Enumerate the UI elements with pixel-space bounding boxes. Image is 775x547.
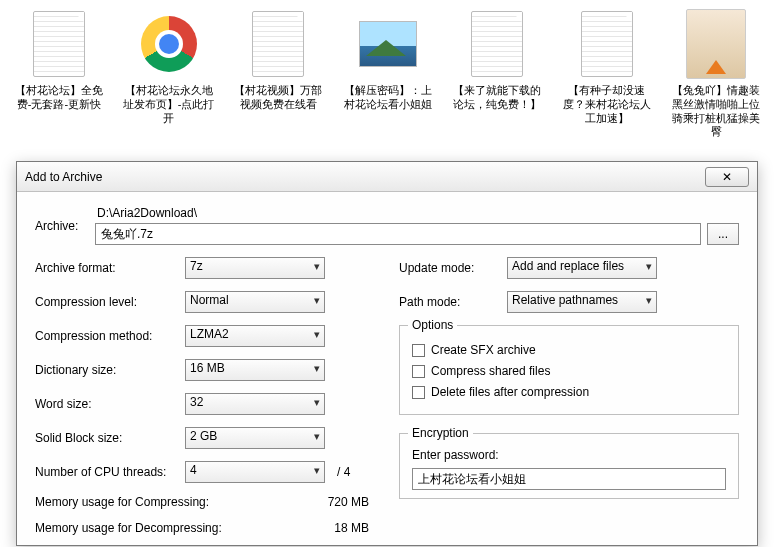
delete-label: Delete files after compression [431, 385, 589, 399]
level-label: Compression level: [35, 295, 185, 309]
mem-decompress-label: Memory usage for Decompressing: [35, 521, 334, 535]
close-button[interactable]: ✕ [705, 167, 749, 187]
file-1[interactable]: 【村花论坛】全免费-无套路-更新快 [12, 8, 106, 139]
desktop-icon-label: 【有种子却没速度？来村花论坛人工加速】 [560, 84, 654, 125]
file-3[interactable]: 【村花视频】万部视频免费在线看 [231, 8, 325, 139]
format-label: Archive format: [35, 261, 185, 275]
block-combo[interactable]: 2 GB [185, 427, 325, 449]
checkbox-icon [412, 365, 425, 378]
checkbox-icon [412, 344, 425, 357]
pathmode-combo[interactable]: Relative pathnames [507, 291, 657, 313]
method-label: Compression method: [35, 329, 185, 343]
desktop-icon-label: 【来了就能下载的论坛，纯免费！】 [450, 84, 544, 112]
sfx-label: Create SFX archive [431, 343, 536, 357]
text-file-icon [28, 8, 90, 80]
file-2[interactable]: 【村花论坛永久地址发布页】-点此打开 [122, 8, 216, 139]
threads-max: / 4 [337, 465, 350, 479]
desktop-icon-label: 【解压密码】：上村花论坛看小姐姐 [341, 84, 435, 112]
file-5[interactable]: 【来了就能下载的论坛，纯免费！】 [450, 8, 544, 139]
threads-combo[interactable]: 4 [185, 461, 325, 483]
threads-label: Number of CPU threads: [35, 465, 185, 479]
shared-checkbox[interactable]: Compress shared files [412, 364, 726, 378]
mem-compress-value: 720 MB [328, 495, 375, 509]
level-combo[interactable]: Normal [185, 291, 325, 313]
dialog-body: Archive: D:\Aria2Download\ ... Archive f… [17, 192, 757, 545]
sfx-checkbox[interactable]: Create SFX archive [412, 343, 726, 357]
file-7[interactable]: 【兔兔吖】情趣装黑丝激情啪啪上位骑乘打桩机猛操美臀 [669, 8, 763, 139]
dict-combo[interactable]: 16 MB [185, 359, 325, 381]
dialog-title: Add to Archive [25, 170, 705, 184]
add-to-archive-dialog: Add to Archive ✕ Archive: D:\Aria2Downlo… [16, 161, 758, 546]
image-icon [357, 8, 419, 80]
file-6[interactable]: 【有种子却没速度？来村花论坛人工加速】 [560, 8, 654, 139]
pathmode-label: Path mode: [399, 295, 507, 309]
browse-button[interactable]: ... [707, 223, 739, 245]
file-4[interactable]: 【解压密码】：上村花论坛看小姐姐 [341, 8, 435, 139]
password-label: Enter password: [412, 448, 726, 462]
format-combo[interactable]: 7z [185, 257, 325, 279]
mem-compress-label: Memory usage for Compressing: [35, 495, 328, 509]
method-combo[interactable]: LZMA2 [185, 325, 325, 347]
desktop-icon-label: 【村花论坛永久地址发布页】-点此打开 [122, 84, 216, 125]
block-label: Solid Block size: [35, 431, 185, 445]
word-combo[interactable]: 32 [185, 393, 325, 415]
desktop-icon-label: 【兔兔吖】情趣装黑丝激情啪啪上位骑乘打桩机猛操美臀 [669, 84, 763, 139]
options-group: Options Create SFX archive Compress shar… [399, 325, 739, 415]
archive-name-input[interactable] [95, 223, 701, 245]
mem-decompress-value: 18 MB [334, 521, 375, 535]
desktop-icons: 【村花论坛】全免费-无套路-更新快【村花论坛永久地址发布页】-点此打开【村花视频… [0, 0, 775, 139]
text-file-icon [466, 8, 528, 80]
right-column: Update mode: Add and replace files Path … [399, 257, 739, 535]
text-file-icon [247, 8, 309, 80]
options-title: Options [408, 318, 457, 332]
chrome-icon [138, 8, 200, 80]
encryption-title: Encryption [408, 426, 473, 440]
text-file-icon [576, 8, 638, 80]
checkbox-icon [412, 386, 425, 399]
video-icon [685, 8, 747, 80]
desktop-icon-label: 【村花论坛】全免费-无套路-更新快 [12, 84, 106, 112]
update-label: Update mode: [399, 261, 507, 275]
titlebar: Add to Archive ✕ [17, 162, 757, 192]
left-column: Archive format: 7z Compression level: No… [35, 257, 375, 535]
desktop-icon-label: 【村花视频】万部视频免费在线看 [231, 84, 325, 112]
shared-label: Compress shared files [431, 364, 550, 378]
encryption-group: Encryption Enter password: [399, 433, 739, 499]
close-icon: ✕ [722, 170, 732, 184]
update-combo[interactable]: Add and replace files [507, 257, 657, 279]
password-input[interactable] [412, 468, 726, 490]
word-label: Word size: [35, 397, 185, 411]
archive-path: D:\Aria2Download\ [95, 206, 739, 220]
ellipsis-icon: ... [718, 227, 728, 241]
archive-label: Archive: [35, 219, 95, 233]
dict-label: Dictionary size: [35, 363, 185, 377]
delete-checkbox[interactable]: Delete files after compression [412, 385, 726, 399]
